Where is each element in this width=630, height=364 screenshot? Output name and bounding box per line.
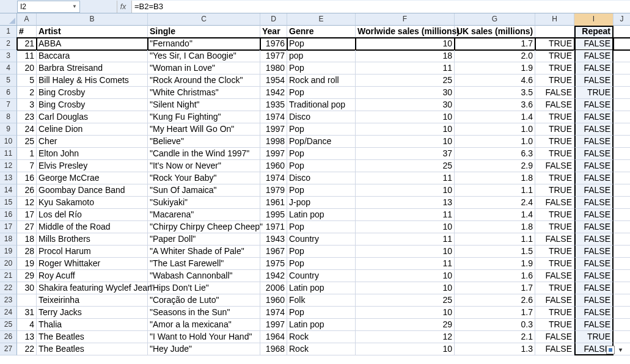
cell-G16[interactable]: 1.4 <box>455 209 535 221</box>
row-header-26[interactable]: 26 <box>0 331 17 343</box>
row-header-13[interactable]: 13 <box>0 172 17 184</box>
cell-C10[interactable]: "Believe" <box>148 136 260 148</box>
cell-H27[interactable]: FALSE <box>535 343 574 355</box>
cell-E19[interactable]: Pop <box>287 246 356 258</box>
cell-E25[interactable]: Latin pop <box>287 319 356 331</box>
cell-J9[interactable] <box>614 123 630 136</box>
cell-H12[interactable]: FALSE <box>535 160 574 172</box>
cell-J20[interactable] <box>614 258 630 270</box>
cell-A24[interactable]: 31 <box>17 307 37 319</box>
cell-G12[interactable]: 2.9 <box>455 160 535 172</box>
cell-B13[interactable]: George McCrae <box>37 172 148 184</box>
cell-D7[interactable]: 1935 <box>260 99 287 111</box>
cell-D27[interactable]: 1968 <box>260 343 287 355</box>
cell-C19[interactable]: "A Whiter Shade of Pale" <box>148 246 260 258</box>
cell-F10[interactable]: 10 <box>356 136 455 148</box>
cell-H2[interactable]: TRUE <box>535 38 574 50</box>
row-header-22[interactable]: 22 <box>0 282 17 294</box>
cell-B19[interactable]: Procol Harum <box>37 246 148 258</box>
cell-I7[interactable]: FALSE <box>574 99 614 111</box>
cell-A8[interactable]: 23 <box>17 111 37 123</box>
cell-A27[interactable]: 22 <box>17 343 37 355</box>
header-cell-B[interactable]: Artist <box>37 26 148 38</box>
cell-F11[interactable]: 37 <box>356 148 455 160</box>
cell-B24[interactable]: Terry Jacks <box>37 307 148 319</box>
cell-H6[interactable]: FALSE <box>535 87 574 99</box>
select-all-corner[interactable] <box>0 13 17 26</box>
cell-E2[interactable]: Pop <box>287 38 356 50</box>
cell-B25[interactable]: Thalia <box>37 319 148 331</box>
cell-G21[interactable]: 1.6 <box>455 270 535 282</box>
cell-J16[interactable] <box>614 209 630 221</box>
cell-A17[interactable]: 27 <box>17 221 37 233</box>
column-header-H[interactable]: H <box>535 13 574 26</box>
cell-D23[interactable]: 1960 <box>260 294 287 307</box>
cell-D6[interactable]: 1942 <box>260 87 287 99</box>
cell-E17[interactable]: Pop <box>287 221 356 233</box>
cell-B17[interactable]: Middle of the Road <box>37 221 148 233</box>
cell-F17[interactable]: 10 <box>356 221 455 233</box>
cell-H21[interactable]: FALSE <box>535 270 574 282</box>
cell-D11[interactable]: 1997 <box>260 148 287 160</box>
cell-F22[interactable]: 10 <box>356 282 455 294</box>
cell-I5[interactable]: FALSE <box>574 75 614 87</box>
cell-B7[interactable]: Bing Crosby <box>37 99 148 111</box>
cell-E3[interactable]: pop <box>287 50 356 62</box>
cell-J21[interactable] <box>614 270 630 282</box>
cell-G23[interactable]: 2.6 <box>455 294 535 307</box>
cell-I15[interactable]: FALSE <box>574 197 614 209</box>
cell-D3[interactable]: 1977 <box>260 50 287 62</box>
cell-I4[interactable]: FALSE <box>574 62 614 75</box>
row-header-27[interactable]: 27 <box>0 343 17 355</box>
cell-C13[interactable]: "Rock Your Baby" <box>148 172 260 184</box>
cell-F2[interactable]: 10 <box>356 38 455 50</box>
cell-A9[interactable]: 24 <box>17 123 37 136</box>
cell-H11[interactable]: TRUE <box>535 148 574 160</box>
cell-H7[interactable]: FALSE <box>535 99 574 111</box>
cell-G15[interactable]: 2.4 <box>455 197 535 209</box>
cell-E8[interactable]: Disco <box>287 111 356 123</box>
cell-A4[interactable]: 20 <box>17 62 37 75</box>
column-header-G[interactable]: G <box>455 13 535 26</box>
autofill-options-icon[interactable] <box>606 346 615 354</box>
cell-F14[interactable]: 10 <box>356 184 455 197</box>
cell-H9[interactable]: TRUE <box>535 123 574 136</box>
cell-I16[interactable]: FALSE <box>574 209 614 221</box>
cell-G6[interactable]: 3.5 <box>455 87 535 99</box>
row-header-14[interactable]: 14 <box>0 184 17 197</box>
cell-F27[interactable]: 10 <box>356 343 455 355</box>
cell-J19[interactable] <box>614 246 630 258</box>
cell-B22[interactable]: Shakira featuring Wyclef Jean <box>37 282 148 294</box>
cell-H17[interactable]: TRUE <box>535 221 574 233</box>
cell-A15[interactable]: 12 <box>17 197 37 209</box>
cell-D24[interactable]: 1974 <box>260 307 287 319</box>
cell-G4[interactable]: 1.9 <box>455 62 535 75</box>
cell-G2[interactable]: 1.7 <box>455 38 535 50</box>
row-header-24[interactable]: 24 <box>0 307 17 319</box>
cell-D2[interactable]: 1976 <box>260 38 287 50</box>
cell-I21[interactable]: FALSE <box>574 270 614 282</box>
cell-D8[interactable]: 1974 <box>260 111 287 123</box>
cell-E7[interactable]: Traditional pop <box>287 99 356 111</box>
cell-D13[interactable]: 1974 <box>260 172 287 184</box>
cell-J3[interactable] <box>614 50 630 62</box>
column-header-D[interactable]: D <box>260 13 287 26</box>
row-header-16[interactable]: 16 <box>0 209 17 221</box>
cell-E12[interactable]: Pop <box>287 160 356 172</box>
cell-H10[interactable]: TRUE <box>535 136 574 148</box>
cell-J11[interactable] <box>614 148 630 160</box>
cell-A16[interactable]: 17 <box>17 209 37 221</box>
cell-C11[interactable]: "Candle in the Wind 1997" <box>148 148 260 160</box>
cell-B4[interactable]: Barbra Streisand <box>37 62 148 75</box>
row-header-7[interactable]: 7 <box>0 99 17 111</box>
cell-D15[interactable]: 1961 <box>260 197 287 209</box>
cell-F7[interactable]: 30 <box>356 99 455 111</box>
cell-D25[interactable]: 1997 <box>260 319 287 331</box>
cell-D16[interactable]: 1995 <box>260 209 287 221</box>
column-header-J[interactable]: J <box>614 13 630 26</box>
row-header-10[interactable]: 10 <box>0 136 17 148</box>
cell-H26[interactable]: FALSE <box>535 331 574 343</box>
cell-J14[interactable] <box>614 184 630 197</box>
cell-E26[interactable]: Rock <box>287 331 356 343</box>
cell-H13[interactable]: TRUE <box>535 172 574 184</box>
